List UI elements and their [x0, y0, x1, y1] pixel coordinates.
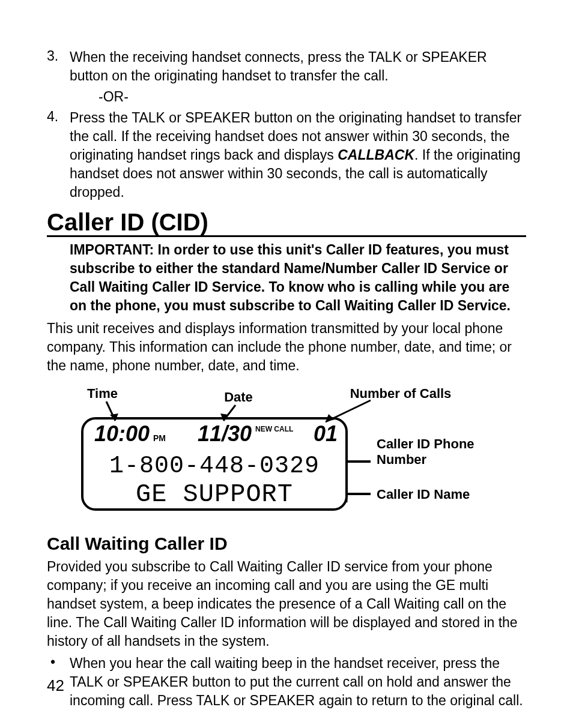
cw-paragraph: Provided you subscribe to Call Waiting C…	[47, 558, 526, 651]
lcd-phone: 1-800-448-0329	[109, 453, 320, 480]
or-separator: -OR-	[47, 89, 526, 105]
bullet-item: • When you hear the call waiting beep in…	[47, 654, 526, 710]
cid-paragraph: This unit receives and displays informat…	[47, 319, 526, 375]
lcd-pm: PM	[153, 433, 166, 443]
lcd-name: GE SUPPORT	[136, 480, 293, 509]
lcd-diagram: Time Date Number of Calls 10:00 PM 11/30…	[58, 384, 515, 524]
label-name: Caller ID Name	[377, 487, 470, 502]
lcd-count: 01	[314, 421, 338, 446]
label-phone-2: Number	[377, 452, 427, 467]
bullet-text: When you hear the call waiting beep in t…	[70, 654, 526, 710]
step-number: 3.	[47, 48, 70, 85]
lcd-time: 10:00	[94, 421, 150, 446]
heading-call-waiting: Call Waiting Caller ID	[47, 534, 526, 554]
heading-caller-id: Caller ID (CID)	[47, 209, 526, 237]
label-phone-1: Caller ID Phone	[377, 436, 474, 451]
label-time: Time	[87, 386, 118, 401]
important-notice: IMPORTANT: In order to use this unit's C…	[47, 241, 526, 315]
lcd-newcall: NEW CALL	[255, 425, 293, 433]
label-date: Date	[224, 390, 253, 405]
lcd-date: 11/30	[198, 421, 252, 446]
step-3: 3. When the receiving handset connects, …	[47, 48, 526, 85]
callback-word: CALLBACK	[338, 147, 414, 163]
step-number: 4.	[47, 109, 70, 202]
label-calls: Number of Calls	[350, 386, 452, 401]
step-4: 4. Press the TALK or SPEAKER button on t…	[47, 109, 526, 202]
lcd-svg: Time Date Number of Calls 10:00 PM 11/30…	[58, 384, 515, 522]
step-text: Press the TALK or SPEAKER button on the …	[70, 109, 526, 202]
step-text: When the receiving handset connects, pre…	[70, 48, 526, 85]
page-number: 42	[47, 676, 64, 695]
